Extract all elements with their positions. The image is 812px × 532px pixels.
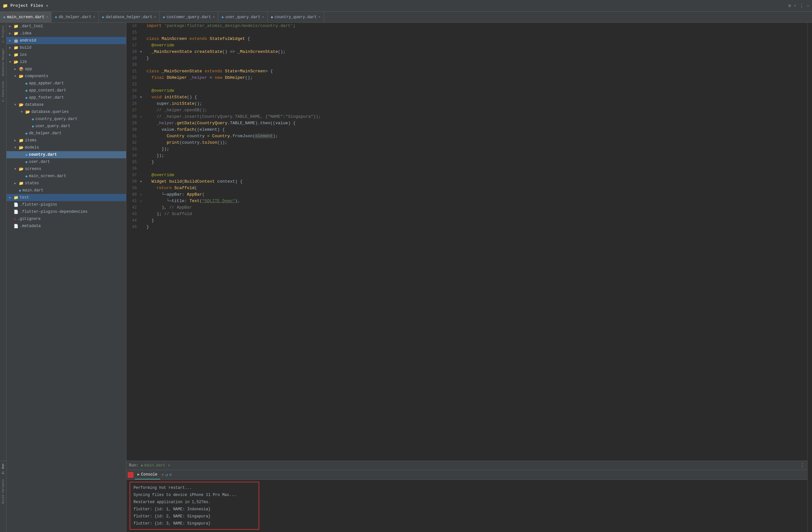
tree-arrow: ▶ [9, 46, 14, 50]
tree-item-test[interactable]: ▶ 📁 test [6, 194, 126, 201]
folder-icon: 📂 [25, 110, 30, 114]
tab-icon: ◆ [271, 15, 273, 19]
line-gutter: ◁ [140, 113, 146, 120]
tree-item-idea[interactable]: ▶ 📁 .idea [6, 30, 126, 37]
tab-db-helper[interactable]: ◆ db_helper.dart × [52, 12, 99, 23]
refresh-icon[interactable]: ↺ [165, 472, 168, 477]
sidebar-tab-run[interactable]: Z: Run [1, 461, 5, 477]
more-icon[interactable]: ⋮ [799, 3, 804, 9]
tree-item-database-queries[interactable]: ▼ 📂 database.queries [6, 108, 126, 115]
tab-close[interactable]: × [154, 15, 156, 19]
tab-close[interactable]: × [262, 15, 264, 19]
sidebar-tab-build[interactable]: Build Variants [1, 477, 5, 506]
tree-item-lib[interactable]: ▼ 📂 lib [6, 58, 126, 66]
tree-item-user-query[interactable]: ◆ user_query.dart [6, 123, 126, 130]
tree-item-gitignore[interactable]: ❋ .gitignore [6, 215, 126, 223]
tree-item-app-appbar[interactable]: ◆ app_appbar.dart [6, 80, 126, 87]
line-number: 21 [126, 68, 140, 74]
tree-label: main.dart [23, 188, 43, 193]
tree-item-models[interactable]: ▼ 📂 models [6, 144, 126, 151]
settings2-icon[interactable]: ⚙ [170, 472, 172, 477]
tab-close[interactable]: × [213, 15, 215, 19]
tree-item-app-footer[interactable]: ◆ app_footer.dart [6, 94, 126, 101]
line-number: 44 [126, 217, 140, 224]
tree-item-flutter-plugins[interactable]: 📄 .flutter-plugins [6, 201, 126, 208]
console-tab[interactable]: ▶ Console [135, 470, 160, 479]
line-gutter [140, 224, 146, 230]
code-line-28: 28 ◁ // _helper.insert(CountryQuery.TABL… [126, 113, 808, 120]
tree-item-main-dart[interactable]: ◆ main.dart [6, 187, 126, 194]
tree-label: screens [25, 167, 41, 171]
tab-close[interactable]: × [318, 15, 320, 19]
line-gutter [140, 74, 146, 81]
tree-item-ios[interactable]: ▶ 📁 ios [6, 51, 126, 58]
line-gutter [140, 172, 146, 178]
tree-item-metadata[interactable]: 📄 .metadata [6, 223, 126, 230]
tab-close[interactable]: × [46, 15, 48, 19]
line-number: 19 [126, 55, 140, 61]
sidebar-tab-favorites[interactable]: 2: Favorites [1, 79, 5, 105]
tree-label: build [20, 45, 31, 50]
stop-button[interactable] [128, 472, 133, 478]
tab-icon: ◆ [3, 15, 5, 19]
tab-close[interactable]: × [93, 15, 95, 19]
tab-label: user_query.dart [225, 15, 260, 19]
code-editor[interactable]: 14 import 'package:flutter_atomic_design… [126, 23, 808, 461]
gear-icon[interactable]: ⚙ [788, 3, 791, 9]
tree-item-db-helper[interactable]: ◆ db_helper.dart [6, 130, 126, 137]
tab-user-query[interactable]: ◆ user_query.dart × [218, 12, 267, 23]
console-highlight-box: Performing hot restart... Syncing files … [130, 482, 259, 530]
line-number: 33 [126, 146, 140, 152]
folder-icon: 📁 [19, 181, 24, 186]
line-content: } [146, 224, 149, 230]
tree-label: items [25, 138, 37, 143]
tree-item-dart-tool[interactable]: ▶ 📁 .dart_tool [6, 23, 126, 30]
tree-item-components[interactable]: ▼ 📂 components [6, 73, 126, 80]
tree-item-build[interactable]: ▶ 📁 build [6, 44, 126, 51]
tree-item-app-content[interactable]: ◆ app_content.dart [6, 87, 126, 94]
minimize-icon[interactable]: — [807, 3, 809, 9]
tree-item-country-dart[interactable]: ◆ country.dart [6, 151, 126, 158]
tree-arrow: ▶ [14, 67, 19, 71]
run-dart-icon: ◆ [141, 463, 143, 467]
tree-item-country-query[interactable]: ◆ country_query.dart [6, 115, 126, 123]
tree-item-database[interactable]: ▼ 📂 database [6, 101, 126, 108]
folder-icon: 📁 [14, 195, 18, 200]
left-sidebar-tabs: 1: Project Resource Manager 2: Favorites [0, 23, 6, 532]
code-line-38: 38 ● Widget build(BuildContext context) … [126, 178, 808, 185]
tree-item-user-dart[interactable]: ◆ user.dart [6, 158, 126, 165]
tree-item-states[interactable]: ▶ 📁 states [6, 180, 126, 187]
lightning-icon[interactable]: ⚡ [161, 472, 164, 477]
file-tree-panel: ▶ 📁 .dart_tool ▶ 📁 .idea ▶ 🤖 android [6, 23, 126, 532]
tree-item-main-screen-dart[interactable]: ◆ main_screen.dart [6, 172, 126, 180]
settings-icon[interactable]: ⚡ [794, 3, 796, 9]
tab-customer-query[interactable]: ◆ customer_query.dart × [160, 12, 218, 23]
line-content: @override [146, 42, 174, 48]
sidebar-tab-resource-manager[interactable]: Resource Manager [1, 45, 5, 79]
tree-item-items[interactable]: ▶ 📁 items [6, 137, 126, 144]
sidebar-tab-project[interactable]: 1: Project [1, 23, 5, 45]
line-number: 20 [126, 61, 140, 68]
tab-main-screen[interactable]: ◆ main_screen.dart × [0, 12, 52, 23]
more-options-icon[interactable]: ⋮ [800, 462, 805, 469]
line-number: 26 [126, 100, 140, 107]
tree-item-flutter-plugins-dep[interactable]: 📄 .flutter-plugins-dependencies [6, 208, 126, 215]
tab-database-helper[interactable]: ◆ database_helper.dart × [99, 12, 160, 23]
code-line-39: 39 return Scaffold( [126, 185, 808, 191]
line-content: } [146, 159, 154, 165]
run-file[interactable]: main.dart [144, 463, 165, 468]
tree-item-android[interactable]: ▶ 🤖 android [6, 37, 126, 44]
code-line-33: 33 }); [126, 146, 808, 152]
dropdown-icon[interactable]: ▾ [46, 3, 48, 9]
tab-country-query[interactable]: ◆ country_query.dart × [267, 12, 324, 23]
tree-item-app[interactable]: ▶ 📦 app [6, 66, 126, 73]
run-close[interactable]: × [168, 464, 170, 467]
line-content: void initState() { [146, 94, 197, 100]
line-number: 36 [126, 165, 140, 172]
line-gutter [140, 36, 146, 42]
code-line-42: 42 ), // AppBar [126, 204, 808, 211]
tree-label: test [20, 195, 29, 200]
tree-item-screens[interactable]: ▼ 📂 screens [6, 165, 126, 172]
console-line-3: Restarted application in 1,527ms. [133, 499, 255, 506]
line-content: // _helper.openDB(); [146, 107, 207, 113]
